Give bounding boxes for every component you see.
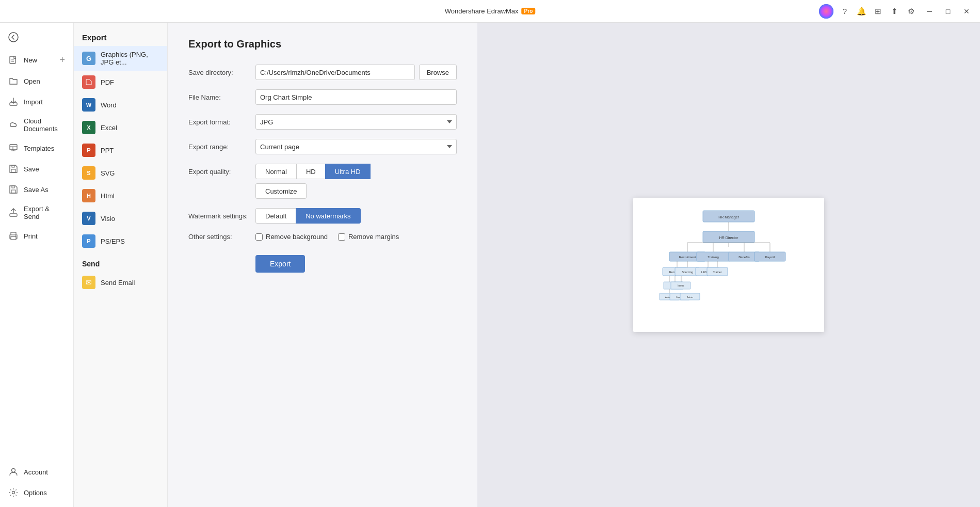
settings-icon[interactable]: ⚙ (904, 4, 918, 19)
new-plus-icon: + (59, 55, 65, 66)
visio-label: Visio (101, 215, 115, 223)
remove-margins-checkbox[interactable]: Remove margins (338, 233, 399, 241)
other-settings-label: Other settings: (188, 233, 255, 241)
apps-icon[interactable]: ⊞ (871, 4, 885, 19)
export-menu-word[interactable]: W Word (74, 93, 167, 116)
watermark-default-button[interactable]: Default (255, 208, 296, 224)
quality-group: Normal HD Ultra HD (255, 164, 370, 179)
quality-hd-button[interactable]: HD (296, 164, 326, 179)
help-icon[interactable]: ? (838, 4, 852, 19)
export-menu-graphics[interactable]: G Graphics (PNG, JPG et... (74, 46, 167, 71)
email-icon: ✉ (82, 276, 95, 289)
file-name-wrap (255, 89, 457, 105)
quality-ultrahd-button[interactable]: Ultra HD (325, 164, 371, 179)
pro-badge: Pro (522, 8, 536, 14)
remove-background-checkbox[interactable]: Remove background (255, 233, 328, 241)
pdf-icon (82, 75, 95, 89)
svg-text:Training: Training (708, 256, 718, 259)
sidebar-print-label: Print (24, 232, 65, 240)
file-name-label: File Name: (188, 93, 255, 101)
excel-label: Excel (101, 124, 117, 132)
sidebar-item-cloud[interactable]: Cloud Documents (0, 112, 73, 138)
export-range-select[interactable]: Current page All pages Selected objects (255, 139, 457, 154)
export-form-panel: Export to Graphics Save directory: Brows… (168, 23, 477, 507)
sidebar-save-label: Save (24, 165, 65, 173)
svg-point-18 (15, 235, 16, 236)
export-button[interactable]: Export (255, 255, 305, 273)
saveas-icon (8, 184, 19, 195)
sidebar-item-options[interactable]: Options (0, 482, 73, 503)
export-menu-ppt[interactable]: P PPT (74, 139, 167, 162)
pseps-icon: P (82, 234, 95, 248)
graphics-label: Graphics (PNG, JPG et... (101, 51, 159, 66)
sidebar-account-label: Account (24, 468, 65, 476)
svg-label: SVG (101, 169, 115, 177)
export-range-label: Export range: (188, 143, 255, 151)
export-menu-visio[interactable]: V Visio (74, 207, 167, 230)
sidebar-export-label: Export & Send (24, 205, 65, 220)
avatar[interactable] (819, 4, 833, 19)
sidebar-item-templates[interactable]: Templates (0, 138, 73, 159)
maximize-button[interactable]: □ (941, 4, 955, 19)
svg-icon: S (82, 166, 95, 180)
export-form-title: Export to Graphics (188, 38, 457, 50)
save-directory-wrap: Browse (255, 65, 457, 80)
org-chart-preview: HR Manager HR Director (641, 205, 816, 324)
svg-rect-13 (11, 190, 15, 193)
sidebar-item-export[interactable]: Export & Send (0, 200, 73, 226)
file-name-input[interactable] (255, 89, 457, 105)
app-title: Wondershare EdrawMax (445, 7, 519, 15)
watermark-none-button[interactable]: No watermarks (296, 208, 360, 224)
sidebar-item-open[interactable]: Open (0, 71, 73, 91)
export-quality-row: Export quality: Normal HD Ultra HD Custo… (188, 164, 457, 199)
export-menu-svg[interactable]: S SVG (74, 162, 167, 184)
export-format-wrap: JPG PNG BMP TIFF SVG (255, 114, 457, 130)
export-format-row: Export format: JPG PNG BMP TIFF SVG (188, 114, 457, 130)
customize-button[interactable]: Customize (255, 183, 307, 199)
sidebar-item-save[interactable]: Save (0, 159, 73, 179)
html-icon: H (82, 189, 95, 202)
graphics-icon: G (82, 52, 95, 65)
remove-margins-input[interactable] (338, 233, 345, 241)
browse-button[interactable]: Browse (419, 65, 457, 80)
main-content: Export to Graphics Save directory: Brows… (168, 23, 980, 507)
export-format-select[interactable]: JPG PNG BMP TIFF SVG (255, 114, 457, 130)
remove-background-input[interactable] (255, 233, 263, 241)
share-icon[interactable]: ⬆ (887, 4, 902, 19)
export-range-row: Export range: Current page All pages Sel… (188, 139, 457, 154)
svg-point-0 (819, 4, 833, 19)
sidebar-options-label: Options (24, 489, 65, 497)
sidebar-item-new[interactable]: New + (0, 50, 73, 71)
svg-text:Benefits: Benefits (738, 256, 750, 259)
visio-icon: V (82, 212, 95, 225)
send-email-item[interactable]: ✉ Send Email (74, 271, 167, 294)
save-directory-input[interactable] (255, 65, 415, 80)
watermark-wrap: Default No watermarks (255, 208, 457, 224)
export-menu-html[interactable]: H Html (74, 184, 167, 207)
options-icon (8, 487, 19, 498)
export-menu-pdf[interactable]: PDF (74, 71, 167, 93)
sidebar-item-print[interactable]: Print (0, 226, 73, 246)
sidebar-saveas-label: Save As (24, 186, 65, 194)
svg-rect-15 (10, 214, 17, 216)
sidebar-item-import[interactable]: Import (0, 91, 73, 112)
export-menu-pseps[interactable]: P PS/EPS (74, 230, 167, 252)
quality-normal-button[interactable]: Normal (255, 164, 297, 179)
titlebar-right: ? 🔔 ⊞ ⬆ ⚙ ─ □ ✕ (819, 4, 974, 19)
svg-text:HR Manager: HR Manager (718, 215, 739, 219)
close-button[interactable]: ✕ (959, 4, 974, 19)
svg-rect-16 (11, 232, 16, 235)
titlebar-center: Wondershare EdrawMax Pro (445, 7, 536, 15)
templates-icon (8, 143, 19, 153)
back-button[interactable] (0, 27, 73, 50)
watermark-label: Watermark settings: (188, 212, 255, 220)
sidebar-item-account[interactable]: Account (0, 462, 73, 482)
back-icon (8, 32, 19, 42)
export-menu-excel[interactable]: X Excel (74, 116, 167, 139)
save-directory-label: Save directory: (188, 69, 255, 76)
notification-icon[interactable]: 🔔 (854, 4, 869, 19)
sidebar-item-saveas[interactable]: Save As (0, 179, 73, 200)
minimize-button[interactable]: ─ (922, 4, 937, 19)
svg-point-1 (9, 33, 18, 42)
open-icon (8, 76, 19, 86)
